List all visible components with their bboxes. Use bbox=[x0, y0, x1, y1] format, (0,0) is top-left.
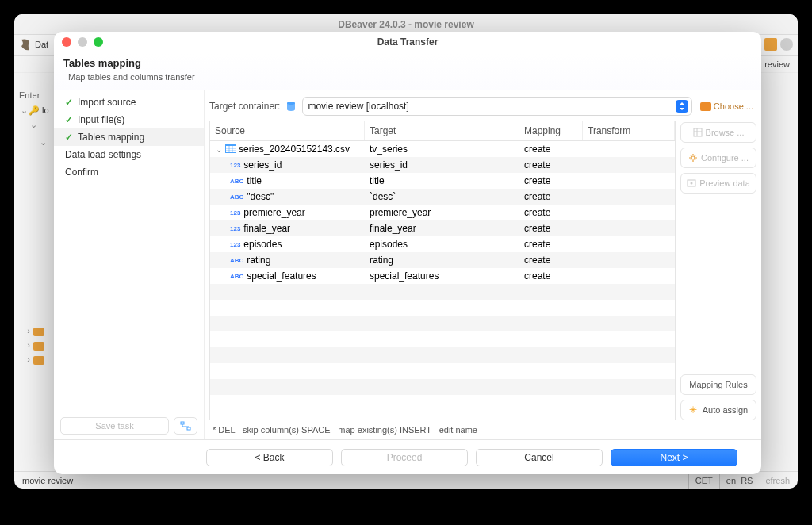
target-container-value: movie review [localhost] bbox=[308, 101, 675, 112]
close-icon[interactable] bbox=[62, 37, 71, 47]
mapping-cell[interactable]: create bbox=[519, 191, 583, 202]
page-title: Tables mapping bbox=[63, 57, 749, 69]
source-cell: episodes bbox=[243, 239, 282, 250]
table-row[interactable]: ABCspecial_featuresspecial_featurescreat… bbox=[210, 268, 675, 284]
mapping-cell[interactable]: create bbox=[519, 270, 583, 282]
mapping-cell[interactable]: create bbox=[519, 144, 583, 155]
cancel-button[interactable]: Cancel bbox=[476, 449, 603, 466]
save-task-icon-button[interactable] bbox=[174, 417, 197, 435]
svg-point-12 bbox=[691, 156, 695, 159]
back-button[interactable]: < Back bbox=[206, 449, 333, 466]
mapping-cell[interactable]: create bbox=[519, 207, 583, 218]
numeric-type-icon: 123 bbox=[229, 209, 241, 217]
table-row-empty bbox=[210, 363, 675, 379]
svg-rect-0 bbox=[181, 422, 184, 424]
preview-label: Preview data bbox=[699, 178, 750, 188]
table-row[interactable]: ABCratingratingcreate bbox=[210, 252, 675, 268]
target-cell[interactable]: finale_year bbox=[365, 223, 519, 234]
source-cell: series_202405152143.csv bbox=[239, 144, 350, 155]
target-cell[interactable]: `desc` bbox=[365, 191, 519, 202]
target-container-combo[interactable]: movie review [localhost] bbox=[302, 97, 691, 116]
dialog-titlebar: Data Transfer bbox=[54, 32, 761, 52]
table-row-empty bbox=[210, 347, 675, 363]
browse-button[interactable]: Browse ... bbox=[680, 122, 756, 143]
target-cell[interactable]: premiere_year bbox=[365, 207, 519, 218]
status-refresh: efresh bbox=[759, 472, 790, 489]
table-row[interactable]: 123finale_yearfinale_yearcreate bbox=[210, 220, 675, 236]
col-source[interactable]: Source bbox=[210, 121, 365, 140]
col-mapping[interactable]: Mapping bbox=[519, 121, 583, 140]
step-label: Tables mapping bbox=[78, 132, 144, 143]
step-label: Input file(s) bbox=[78, 114, 124, 125]
nav-tree[interactable]: ⌄🔑 lo ⌄ ⌄ › › › bbox=[19, 103, 49, 366]
toolbar-label: Dat bbox=[35, 40, 48, 49]
mapping-cell[interactable]: create bbox=[519, 175, 583, 186]
auto-assign-label: Auto assign bbox=[703, 405, 748, 415]
dialog-footer: < Back Proceed Cancel Next > bbox=[54, 439, 761, 474]
svg-point-14 bbox=[691, 182, 693, 185]
toolbar-icon-2[interactable] bbox=[780, 38, 793, 51]
table-row-empty bbox=[210, 379, 675, 395]
zoom-icon[interactable] bbox=[94, 37, 103, 47]
link-icon bbox=[180, 421, 191, 431]
target-cell[interactable]: rating bbox=[365, 255, 519, 266]
table-row[interactable]: 123episodesepisodescreate bbox=[210, 236, 675, 252]
tab-label[interactable]: review bbox=[764, 59, 790, 69]
preview-icon bbox=[687, 178, 696, 188]
dbeaver-icon bbox=[19, 38, 32, 51]
wizard-step[interactable]: Tables mapping bbox=[54, 128, 204, 146]
minimize-icon bbox=[78, 37, 87, 47]
next-button[interactable]: Next > bbox=[611, 449, 737, 466]
table-row[interactable]: ABCtitletitlecreate bbox=[210, 173, 675, 189]
mapping-cell[interactable]: create bbox=[519, 255, 583, 266]
auto-assign-button[interactable]: Auto assign bbox=[680, 400, 756, 420]
step-label: Import source bbox=[78, 97, 136, 108]
svg-rect-9 bbox=[694, 128, 702, 136]
choose-button[interactable]: Choose ... bbox=[697, 102, 756, 111]
preview-button[interactable]: Preview data bbox=[680, 173, 756, 194]
numeric-type-icon: 123 bbox=[229, 225, 241, 232]
wizard-step[interactable]: Data load settings bbox=[54, 146, 204, 163]
page-subtitle: Map tables and columns transfer bbox=[68, 72, 749, 82]
status-tz: CET bbox=[688, 472, 720, 489]
save-task-button[interactable]: Save task bbox=[60, 417, 169, 435]
mapping-cell[interactable]: create bbox=[519, 223, 583, 234]
col-target[interactable]: Target bbox=[365, 121, 519, 140]
chevron-down-icon[interactable]: ⌄ bbox=[215, 145, 223, 154]
mapping-cell[interactable]: create bbox=[519, 239, 583, 250]
wizard-step[interactable]: Import source bbox=[54, 94, 204, 111]
svg-rect-1 bbox=[187, 427, 190, 430]
window-controls bbox=[62, 37, 103, 47]
configure-button[interactable]: Configure ... bbox=[680, 148, 756, 168]
target-cell[interactable]: title bbox=[365, 175, 519, 186]
numeric-type-icon: 123 bbox=[229, 162, 241, 169]
combo-arrows-icon[interactable] bbox=[676, 100, 688, 113]
target-cell[interactable]: special_features bbox=[365, 270, 519, 282]
table-row[interactable]: 123series_idseries_idcreate bbox=[210, 157, 675, 173]
table-row-empty bbox=[210, 316, 675, 331]
gear-icon bbox=[688, 153, 698, 163]
database-icon bbox=[285, 100, 297, 113]
table-row-empty bbox=[210, 331, 675, 347]
proceed-button: Proceed bbox=[341, 449, 468, 466]
table-row[interactable]: 123premiere_yearpremiere_yearcreate bbox=[210, 205, 675, 220]
data-transfer-dialog: Data Transfer Tables mapping Map tables … bbox=[54, 32, 761, 474]
source-cell: title bbox=[247, 175, 262, 186]
choose-label: Choose ... bbox=[714, 102, 753, 111]
col-transform[interactable]: Transform bbox=[583, 121, 675, 140]
steps-list: Import sourceInput file(s)Tables mapping… bbox=[54, 90, 205, 439]
wizard-step[interactable]: Confirm bbox=[54, 163, 204, 181]
status-locale: en_RS bbox=[720, 472, 760, 489]
mapping-table[interactable]: Source Target Mapping Transform ⌄series_… bbox=[209, 121, 676, 420]
table-row[interactable]: ⌄series_202405152143.csvtv_seriescreate bbox=[210, 141, 675, 157]
table-row[interactable]: ABC"desc"`desc`create bbox=[210, 189, 675, 205]
wizard-step[interactable]: Input file(s) bbox=[54, 111, 204, 128]
target-cell[interactable]: series_id bbox=[365, 159, 519, 171]
target-cell[interactable]: episodes bbox=[365, 239, 519, 250]
toolbar-icon-1[interactable] bbox=[764, 38, 777, 51]
target-cell[interactable]: tv_series bbox=[365, 144, 519, 155]
mapping-rules-button[interactable]: Mapping Rules bbox=[680, 374, 756, 395]
hint-text: * DEL - skip column(s) SPACE - map exist… bbox=[205, 420, 761, 439]
mapping-cell[interactable]: create bbox=[519, 159, 583, 171]
folder-icon bbox=[700, 102, 711, 111]
